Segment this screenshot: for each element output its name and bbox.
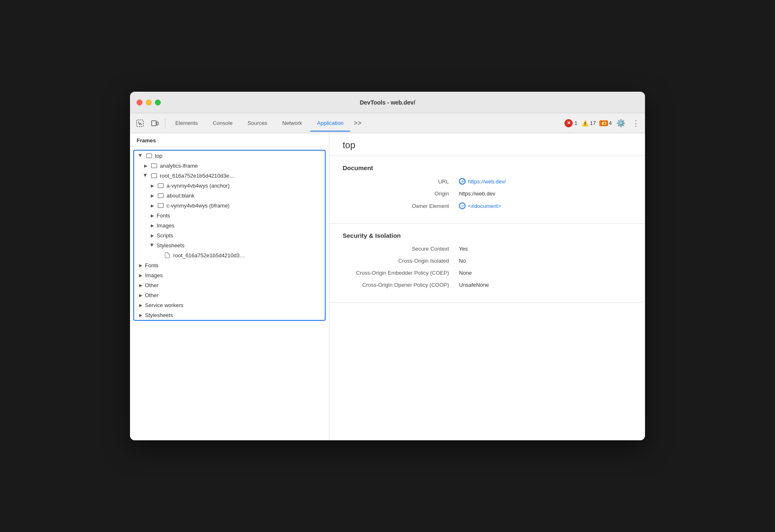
label-top: top bbox=[155, 153, 162, 159]
tree-item-analytics-iframe[interactable]: ▶ analytics-iframe bbox=[134, 161, 325, 171]
arrow-other2: ▶ bbox=[137, 292, 144, 298]
error-circle: ✕ bbox=[564, 119, 573, 127]
toolbar: Elements Console Sources Network Applica… bbox=[130, 113, 645, 133]
arrow-scripts-inner: ▶ bbox=[149, 232, 156, 239]
arrow-fonts-inner: ▶ bbox=[149, 212, 156, 219]
origin-value: https://web.dev bbox=[459, 190, 495, 197]
tab-network[interactable]: Network bbox=[276, 117, 309, 129]
tree-item-top[interactable]: ▶ top bbox=[134, 151, 325, 161]
arrow-images-inner: ▶ bbox=[149, 222, 156, 229]
more-options-icon[interactable]: ⋮ bbox=[630, 117, 642, 129]
label-fonts: Fonts bbox=[145, 262, 159, 268]
label-c-vynmy: c-vynmy4vb4wys (bframe) bbox=[167, 203, 230, 209]
inspect-element-icon[interactable] bbox=[133, 117, 147, 130]
tree-item-service-workers[interactable]: ▶ Service workers bbox=[134, 300, 325, 310]
coop-label: Cross-Origin Opener Policy (COOP) bbox=[343, 282, 459, 288]
tree-container[interactable]: ▶ top ▶ analytics-iframe bbox=[130, 146, 329, 440]
error-badge[interactable]: ✕ 1 bbox=[564, 119, 577, 127]
owner-element-link[interactable]: <#document> bbox=[468, 203, 501, 209]
tab-elements[interactable]: Elements bbox=[169, 117, 204, 129]
coep-row: Cross-Origin Embedder Policy (COEP) None bbox=[343, 270, 632, 276]
maximize-button[interactable] bbox=[155, 100, 161, 105]
cross-origin-isolated-label: Cross-Origin Isolated bbox=[343, 258, 459, 264]
owner-element-row: Owner Element ◎ <#document> bbox=[343, 203, 632, 209]
tree-item-other2[interactable]: ▶ Other bbox=[134, 290, 325, 300]
cross-origin-isolated-row: Cross-Origin Isolated No bbox=[343, 258, 632, 264]
label-a-vynmy: a-vynmy4vb4wys (anchor) bbox=[167, 183, 230, 189]
tree-item-fonts-inner[interactable]: ▶ Fonts bbox=[134, 210, 325, 220]
label-images: Images bbox=[145, 272, 163, 278]
arrow-images: ▶ bbox=[137, 272, 144, 278]
tree-item-fonts[interactable]: ▶ Fonts bbox=[134, 260, 325, 270]
document-section: Document URL 🔗 https://web.dev/ Origin h… bbox=[329, 156, 645, 224]
tree-item-stylesheets[interactable]: ▶ Stylesheets bbox=[134, 310, 325, 320]
arrow-about-blank: ▶ bbox=[149, 192, 156, 199]
info-icon: 🏷 bbox=[599, 120, 608, 126]
security-section: Security & Isolation Secure Context Yes … bbox=[329, 224, 645, 303]
label-scripts-inner: Scripts bbox=[157, 232, 173, 239]
tree-item-stylesheets-inner[interactable]: ▶ Stylesheets bbox=[134, 240, 325, 250]
title-bar: DevTools - web.dev/ bbox=[130, 92, 645, 113]
close-button[interactable] bbox=[137, 100, 142, 105]
arrow-service-workers: ▶ bbox=[137, 302, 144, 308]
frame-icon-a-vynmy bbox=[157, 182, 164, 189]
arrow-a-vynmy: ▶ bbox=[149, 182, 156, 189]
tree-item-root616a[interactable]: ▶ root_616a752e1b5d4210d3e… bbox=[134, 171, 325, 181]
label-other2: Other bbox=[145, 292, 159, 298]
tab-console[interactable]: Console bbox=[206, 117, 239, 129]
warning-triangle-icon: ⚠️ bbox=[581, 119, 589, 127]
arrow-stylesheets: ▶ bbox=[137, 312, 144, 318]
coep-value: None bbox=[459, 270, 472, 276]
tab-application[interactable]: Application bbox=[310, 117, 350, 129]
warning-badge[interactable]: ⚠️ 17 bbox=[581, 119, 596, 127]
tree-item-about-blank[interactable]: ▶ about:blank bbox=[134, 190, 325, 200]
url-link[interactable]: https://web.dev/ bbox=[468, 178, 506, 185]
file-icon-stylesheet bbox=[164, 252, 171, 259]
label-service-workers: Service workers bbox=[145, 302, 183, 308]
url-value: 🔗 https://web.dev/ bbox=[459, 178, 506, 185]
tree-item-images-inner[interactable]: ▶ Images bbox=[134, 220, 325, 230]
tree-item-images[interactable]: ▶ Images bbox=[134, 270, 325, 280]
url-link-icon: 🔗 bbox=[459, 178, 466, 185]
label-analytics-iframe: analytics-iframe bbox=[160, 163, 198, 169]
tree-item-c-vynmy[interactable]: ▶ c-vynmy4vb4wys (bframe) bbox=[134, 200, 325, 210]
security-section-title: Security & Isolation bbox=[343, 232, 632, 239]
detail-panel: top Document URL 🔗 https://web.dev/ Orig… bbox=[329, 133, 645, 440]
warning-count: 17 bbox=[590, 120, 596, 126]
settings-icon[interactable]: ⚙️ bbox=[615, 117, 627, 129]
toolbar-divider bbox=[165, 118, 165, 128]
origin-row: Origin https://web.dev bbox=[343, 190, 632, 197]
label-about-blank: about:blank bbox=[167, 193, 194, 199]
device-toggle-icon[interactable] bbox=[148, 117, 162, 130]
devtools-window: DevTools - web.dev/ Elements Console Sou… bbox=[130, 92, 645, 440]
main-content: Frames ▶ top ▶ bbox=[130, 133, 645, 440]
tree-item-stylesheet-file[interactable]: root_616a752e1b5d4210d3… bbox=[134, 250, 325, 260]
detail-title: top bbox=[329, 133, 645, 156]
sidebar: Frames ▶ top ▶ bbox=[130, 133, 329, 440]
tree-item-scripts-inner[interactable]: ▶ Scripts bbox=[134, 230, 325, 240]
arrow-root616a: ▶ bbox=[142, 172, 149, 179]
minimize-button[interactable] bbox=[146, 100, 152, 105]
frames-header: Frames bbox=[130, 133, 329, 146]
label-stylesheets: Stylesheets bbox=[145, 312, 173, 318]
arrow-top: ▶ bbox=[137, 152, 144, 159]
more-tabs-button[interactable]: >> bbox=[352, 117, 363, 129]
info-badge[interactable]: 🏷 4 bbox=[599, 120, 612, 126]
document-section-title: Document bbox=[343, 164, 632, 171]
coop-value: UnsafeNone bbox=[459, 282, 489, 288]
label-stylesheet-file: root_616a752e1b5d4210d3… bbox=[173, 252, 245, 259]
label-stylesheets-inner: Stylesheets bbox=[157, 242, 184, 249]
tab-sources[interactable]: Sources bbox=[241, 117, 274, 129]
svg-rect-2 bbox=[157, 122, 158, 125]
svg-rect-0 bbox=[137, 120, 143, 127]
tree-item-other1[interactable]: ▶ Other bbox=[134, 280, 325, 290]
arrow-other1: ▶ bbox=[137, 282, 144, 288]
label-fonts-inner: Fonts bbox=[157, 212, 170, 219]
origin-label: Origin bbox=[343, 190, 459, 197]
arrow-stylesheets-inner: ▶ bbox=[149, 242, 156, 249]
selected-tree-box: ▶ top ▶ analytics-iframe bbox=[133, 150, 326, 321]
traffic-lights bbox=[137, 100, 161, 105]
error-count: 1 bbox=[574, 120, 577, 126]
coop-row: Cross-Origin Opener Policy (COOP) Unsafe… bbox=[343, 282, 632, 288]
tree-item-a-vynmy[interactable]: ▶ a-vynmy4vb4wys (anchor) bbox=[134, 181, 325, 190]
